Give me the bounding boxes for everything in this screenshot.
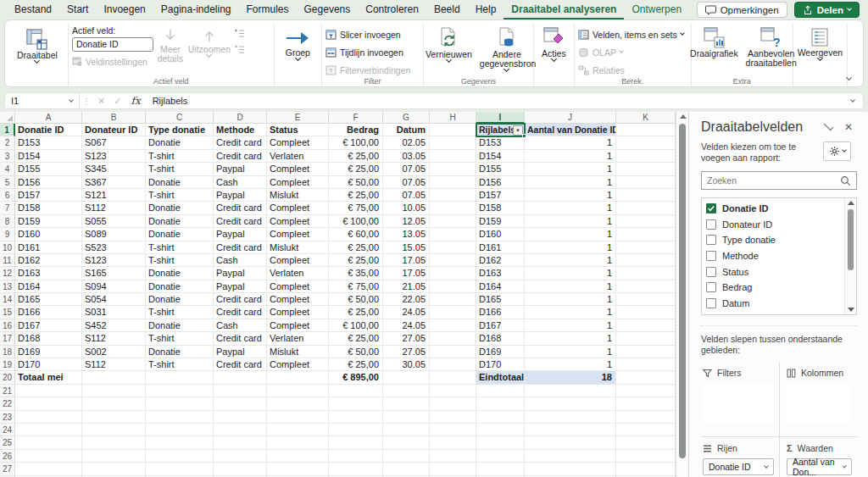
column-header-B[interactable]: B [82, 112, 146, 124]
pivotchart-button[interactable]: Draaigrafiek [687, 25, 742, 60]
pivot-row-label-cell[interactable]: D165 [476, 293, 525, 306]
checkbox-unchecked[interactable] [706, 235, 716, 245]
row-header-4[interactable]: 4 [0, 163, 15, 175]
field-item-bedrag[interactable]: Bedrag [706, 280, 843, 296]
row-header-11[interactable]: 11 [0, 254, 15, 267]
empty-cell[interactable] [214, 411, 267, 424]
row-header-24[interactable]: 24 [0, 424, 15, 436]
empty-cell[interactable] [616, 163, 676, 175]
empty-cell[interactable] [267, 371, 329, 384]
pivot-filter-dropdown-button[interactable]: ▼ [513, 125, 523, 136]
table-data-cell[interactable]: Mislukt [267, 189, 329, 202]
empty-cell[interactable] [383, 450, 430, 463]
pivot-row-label-cell[interactable]: D164 [476, 280, 525, 293]
group-button[interactable]: Groep [281, 27, 314, 62]
empty-cell[interactable] [430, 254, 476, 267]
empty-cell[interactable] [525, 411, 616, 424]
table-data-cell[interactable]: 07.05 [383, 163, 430, 175]
filters-area[interactable]: Filters [701, 362, 779, 436]
empty-cell[interactable] [329, 397, 383, 410]
empty-cell[interactable] [476, 424, 525, 436]
empty-cell[interactable] [525, 385, 616, 397]
pivot-grand-total-label[interactable]: Eindtotaal [476, 371, 525, 384]
search-box[interactable] [701, 171, 857, 190]
rows-dropzone[interactable]: Donatie ID [703, 458, 774, 477]
table-data-cell[interactable]: Donatie [146, 293, 214, 306]
settings-gear-button[interactable] [823, 141, 851, 161]
formula-input[interactable]: Rijlabels [146, 96, 851, 106]
table-data-cell[interactable]: S112 [82, 358, 146, 371]
empty-cell[interactable] [82, 463, 146, 475]
empty-cell[interactable] [525, 424, 616, 436]
table-data-cell[interactable]: S345 [82, 163, 146, 175]
empty-cell[interactable] [82, 411, 146, 424]
empty-cell[interactable] [525, 450, 616, 463]
empty-cell[interactable] [329, 436, 383, 449]
empty-cell[interactable] [82, 424, 146, 436]
table-data-cell[interactable]: S055 [82, 215, 146, 228]
field-item-donatie-id[interactable]: Donatie ID [706, 201, 843, 217]
table-header-cell[interactable]: Bedrag [329, 124, 383, 136]
table-data-cell[interactable]: Paypal [214, 346, 267, 358]
empty-cell[interactable] [616, 346, 676, 358]
table-data-cell[interactable]: Compleet [267, 358, 329, 371]
table-data-cell[interactable]: Compleet [267, 215, 329, 228]
table-data-cell[interactable]: D156 [15, 176, 82, 189]
empty-cell[interactable] [616, 450, 676, 463]
table-data-cell[interactable]: € 25,00 [329, 306, 383, 319]
table-data-cell[interactable]: Paypal [214, 267, 267, 280]
table-data-cell[interactable]: S094 [82, 280, 146, 293]
empty-cell[interactable] [616, 358, 676, 371]
table-data-cell[interactable]: € 25,00 [329, 150, 383, 163]
empty-cell[interactable] [15, 397, 82, 410]
empty-cell[interactable] [430, 385, 476, 397]
row-header-2[interactable]: 2 [0, 136, 15, 149]
table-data-cell[interactable]: 12.05 [383, 215, 430, 228]
empty-cell[interactable] [214, 450, 267, 463]
empty-cell[interactable] [616, 319, 676, 332]
table-data-cell[interactable]: € 60,00 [329, 228, 383, 241]
field-item-datum[interactable]: Datum [706, 296, 843, 312]
collapse-ribbon-button[interactable] [846, 75, 852, 80]
empty-cell[interactable] [616, 463, 676, 475]
values-dropzone[interactable]: Aantal van Don... [787, 458, 852, 477]
empty-cell[interactable] [430, 332, 476, 345]
empty-cell[interactable] [146, 411, 214, 424]
columns-area[interactable]: Kolommen [779, 362, 857, 436]
values-area[interactable]: Σ Waarden Aantal van Don... [779, 436, 857, 477]
table-data-cell[interactable]: € 75,00 [329, 202, 383, 214]
empty-cell[interactable] [476, 397, 525, 410]
empty-cell[interactable] [616, 150, 676, 163]
table-data-cell[interactable]: € 100,00 [329, 215, 383, 228]
empty-cell[interactable] [430, 436, 476, 449]
formula-bar-handle[interactable]: ⋮ [80, 97, 93, 106]
empty-cell[interactable] [616, 293, 676, 306]
pivot-row-label-cell[interactable]: D161 [476, 241, 525, 254]
pivot-value-cell[interactable]: 1 [525, 254, 616, 267]
table-data-cell[interactable]: 27.05 [383, 332, 430, 345]
pivottable-button[interactable]: Draaitabel [14, 27, 61, 64]
expand-formula-bar-icon[interactable] [850, 97, 855, 103]
table-data-cell[interactable]: Donatie [146, 267, 214, 280]
table-data-cell[interactable]: Paypal [214, 163, 267, 175]
table-data-cell[interactable]: Paypal [214, 228, 267, 241]
empty-cell[interactable] [214, 436, 267, 449]
empty-cell[interactable] [146, 450, 214, 463]
insert-timeline-button[interactable]: Tijdlijn invoegen [326, 44, 410, 60]
empty-cell[interactable] [525, 436, 616, 449]
checkbox-unchecked[interactable] [706, 267, 716, 277]
empty-cell[interactable] [214, 385, 267, 397]
pivot-row-label-cell[interactable]: D154 [476, 150, 525, 163]
empty-cell[interactable] [383, 371, 430, 384]
menu-tab-bestand[interactable]: Bestand [7, 0, 59, 19]
empty-cell[interactable] [430, 150, 476, 163]
pivot-value-cell[interactable]: 1 [525, 280, 616, 293]
empty-cell[interactable] [616, 136, 676, 149]
table-data-cell[interactable]: D169 [15, 346, 82, 358]
table-data-cell[interactable]: D157 [15, 189, 82, 202]
pivot-value-cell[interactable]: 1 [525, 189, 616, 202]
drill-down-button[interactable]: Meer details [153, 25, 187, 65]
empty-cell[interactable] [525, 397, 616, 410]
table-data-cell[interactable]: Donatie [146, 136, 214, 149]
table-header-cell[interactable]: Status [267, 124, 329, 136]
